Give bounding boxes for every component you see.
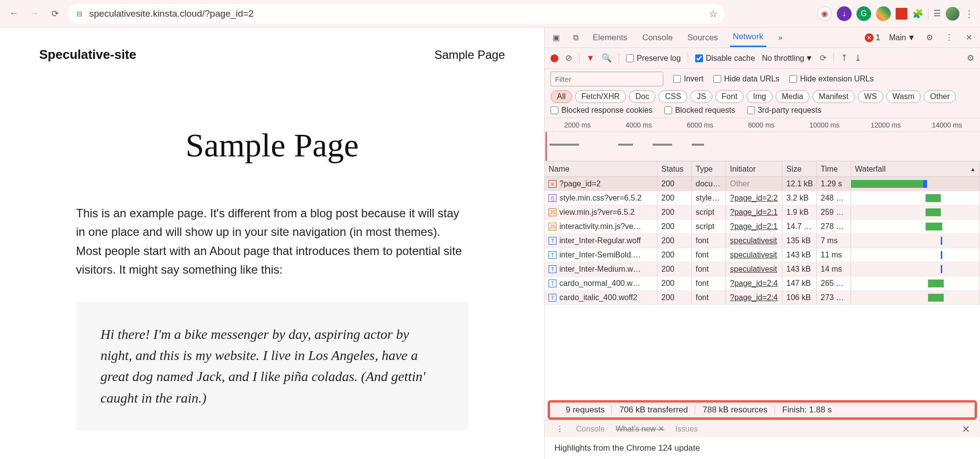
drawer-tabs: ⋮ Console What's new ✕ Issues ✕ [545,420,980,437]
inspect-icon[interactable]: ▣ [551,32,561,43]
network-row[interactable]: {}style.min.css?ver=6.5.2200style…?page_… [545,191,980,205]
filter-icon[interactable]: ▼ [586,53,595,63]
network-row[interactable]: JSinteractivity.min.js?ve…200script?page… [545,220,980,234]
hide-extension-urls-checkbox[interactable]: Hide extension URLs [789,75,874,83]
summary-transferred: 706 kB transferred [612,405,695,415]
extension-icon-3[interactable]: G [856,6,871,21]
error-badge-icon: ✕ [865,33,874,42]
network-row[interactable]: Tinter_Inter-SemiBold.…200fontspeculativ… [545,248,980,262]
col-time[interactable]: Time [817,161,851,177]
extension-icon-2[interactable]: ↓ [837,6,852,21]
filter-chip-css[interactable]: CSS [658,90,687,103]
third-party-checkbox[interactable]: 3rd-party requests [747,106,822,115]
timeline-tick: 14000 ms [932,121,962,129]
tab-sources[interactable]: Sources [684,29,721,47]
network-row[interactable]: ≡?page_id=2200docu…Other12.1 kB1.29 s [545,177,980,191]
divider [928,8,929,20]
device-toggle-icon[interactable]: ⧉ [570,32,581,43]
reading-list-icon[interactable]: ☰ [933,8,941,19]
col-name[interactable]: Name [545,161,657,177]
site-title[interactable]: Speculative-site [39,47,136,62]
preserve-log-checkbox[interactable]: Preserve log [626,54,681,63]
nav-link-sample-page[interactable]: Sample Page [434,48,505,62]
devtools-close-icon[interactable]: ✕ [963,32,974,43]
reload-button[interactable]: ⟳ [47,6,63,22]
col-status[interactable]: Status [657,161,692,177]
site-info-icon[interactable]: ⊟ [75,9,84,19]
network-table-body: ≡?page_id=2200docu…Other12.1 kB1.29 s{}s… [545,177,980,400]
drawer-close-icon[interactable]: ✕ [962,423,970,435]
col-waterfall[interactable]: Waterfall▲ [851,161,980,177]
timeline-overview[interactable] [545,132,980,161]
target-selector[interactable]: Main▼ [889,33,915,42]
browser-toolbar: ← → ⟳ ⊟ speculativesite.kinsta.cloud/?pa… [0,0,980,27]
profile-avatar[interactable] [946,7,959,21]
drawer-tab-console[interactable]: Console [576,425,605,434]
tab-console[interactable]: Console [639,29,676,47]
filter-chip-font[interactable]: Font [715,90,744,103]
drawer-tab-issues[interactable]: Issues [675,425,698,434]
record-button[interactable] [551,54,558,62]
back-button[interactable]: ← [6,6,22,22]
extension-icon-5[interactable] [896,8,907,20]
network-conditions-icon[interactable]: ⟳ [820,53,827,63]
col-type[interactable]: Type [692,161,726,177]
blocked-requests-checkbox[interactable]: Blocked requests [664,106,735,115]
download-har-icon[interactable]: ⤓ [854,53,861,63]
summary-resources: 788 kB resources [696,405,775,415]
timeline-ruler: 2000 ms4000 ms6000 ms8000 ms10000 ms1200… [545,118,980,132]
disable-cache-checkbox[interactable]: Disable cache [695,54,755,63]
tab-elements[interactable]: Elements [590,29,630,47]
upload-har-icon[interactable]: ⤒ [841,53,848,63]
filter-chip-ws[interactable]: WS [858,90,883,103]
filter-chip-doc[interactable]: Doc [629,90,655,103]
filter-chip-fetchxhr[interactable]: Fetch/XHR [575,90,626,103]
settings-gear-icon[interactable]: ⚙ [924,32,935,43]
throttling-select[interactable]: No throttling ▼ [762,54,813,63]
more-tabs-icon[interactable]: » [775,32,786,43]
font-file-icon: T [549,294,556,302]
col-size[interactable]: Size [782,161,817,177]
network-toolbar: ⊘ ▼ 🔍 Preserve log Disable cache No thro… [545,48,980,69]
devtools-tabs: ▣ ⧉ Elements Console Sources Network » ✕… [545,27,980,48]
extensions-menu-icon[interactable]: 🧩 [912,8,923,19]
error-indicator[interactable]: ✕ 1 [865,33,880,42]
network-row[interactable]: Tinter_Inter-Regular.woff200fontspeculat… [545,234,980,248]
search-icon[interactable]: 🔍 [602,53,612,63]
drawer-menu-icon[interactable]: ⋮ [554,424,565,434]
blocked-cookies-checkbox[interactable]: Blocked response cookies [551,106,653,115]
font-file-icon: T [549,251,556,259]
network-row[interactable]: Tcardo_normal_400.w…200font?page_id=2:41… [545,277,980,291]
filter-chip-wasm[interactable]: Wasm [886,90,921,103]
filter-chip-js[interactable]: JS [690,90,712,103]
url-text: speculativesite.kinsta.cloud/?page_id=2 [89,8,253,19]
extension-icon-4[interactable] [876,6,891,21]
bookmark-star-icon[interactable]: ☆ [709,8,718,20]
devtools-menu-icon[interactable]: ⋮ [944,32,955,43]
network-summary-bar: 9 requests 706 kB transferred 788 kB res… [548,400,977,420]
col-initiator[interactable]: Initiator [726,161,782,177]
filter-chip-manifest[interactable]: Manifest [812,90,854,103]
filter-input[interactable] [551,72,663,86]
doc-file-icon: ≡ [549,180,556,188]
timeline-tick: 8000 ms [748,121,775,129]
network-row[interactable]: JSview.min.js?ver=6.5.2200script?page_id… [545,205,980,220]
network-settings-icon[interactable]: ⚙ [967,53,974,63]
tab-network[interactable]: Network [730,28,766,47]
browser-menu-icon[interactable]: ⋮ [964,8,974,20]
filter-chip-img[interactable]: Img [747,90,773,103]
clear-icon[interactable]: ⊘ [565,53,572,63]
invert-checkbox[interactable]: Invert [673,75,704,83]
network-row[interactable]: Tcardo_italic_400.woff2200font?page_id=2… [545,291,980,305]
hide-data-urls-checkbox[interactable]: Hide data URLs [713,75,779,83]
network-row[interactable]: Tinter_Inter-Medium.w…200fontspeculative… [545,262,980,277]
extension-icon-1[interactable]: ◉ [817,6,832,21]
filter-chip-media[interactable]: Media [776,90,810,103]
filter-chip-other[interactable]: Other [924,90,956,103]
drawer-tab-whatsnew[interactable]: What's new ✕ [616,424,665,434]
filter-chip-all[interactable]: All [551,90,572,103]
address-bar[interactable]: ⊟ speculativesite.kinsta.cloud/?page_id=… [68,4,725,24]
drawer-content: Highlights from the Chrome 124 update [545,437,980,459]
font-file-icon: T [549,237,556,245]
forward-button[interactable]: → [26,6,42,22]
